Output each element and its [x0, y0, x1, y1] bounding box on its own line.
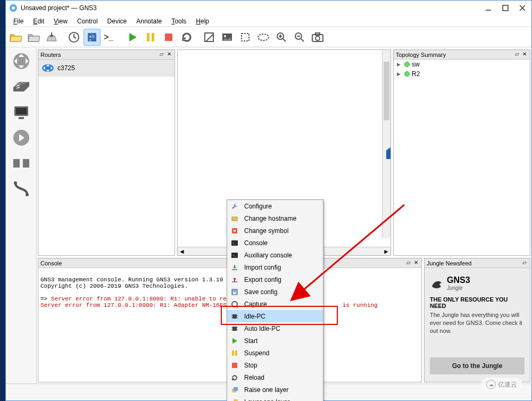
dock-play-circle-icon[interactable] — [11, 127, 32, 148]
device-dock — [6, 48, 37, 383]
image-icon[interactable] — [219, 29, 236, 46]
router-template-item[interactable]: c3725 — [38, 60, 174, 77]
svg-rect-59 — [232, 363, 237, 368]
panel-undock-icon[interactable]: ▱ — [521, 260, 528, 266]
svg-rect-62 — [234, 399, 238, 402]
expand-icon[interactable]: ▶ — [397, 62, 402, 67]
svg-rect-58 — [235, 350, 237, 356]
gns3-jungle-logo: GNS3Jungle — [430, 275, 525, 291]
note-icon[interactable] — [201, 29, 218, 46]
svg-text:a b: a b — [89, 35, 95, 38]
jungle-body-text: The Jungle has everything you will ever … — [430, 311, 525, 335]
context-menu-reload[interactable]: Reload — [227, 371, 323, 383]
status-running-icon — [404, 62, 410, 67]
maximize-button[interactable] — [502, 4, 509, 12]
topology-item-r2[interactable]: ▶R2 — [394, 69, 530, 79]
dock-switches-icon[interactable] — [11, 76, 32, 97]
svg-rect-61 — [234, 387, 238, 391]
status-running-icon — [404, 71, 410, 77]
menu-annotate[interactable]: Annotate — [132, 16, 166, 26]
rect-select-icon[interactable]: a bc — [84, 29, 101, 46]
context-menu-label: Console — [244, 239, 268, 247]
context-menu-change-hostname[interactable]: Change hostname — [227, 212, 323, 224]
routers-panel-title: Routers — [40, 52, 61, 58]
router-icon — [41, 63, 54, 73]
panel-undock-icon[interactable]: ▱ — [405, 260, 412, 266]
menu-device[interactable]: Device — [103, 16, 131, 26]
context-menu-label: Idle-PC — [244, 313, 265, 320]
menu-edit[interactable]: Edit — [29, 16, 48, 26]
zoom-in-icon[interactable] — [273, 29, 290, 46]
zoom-out-icon[interactable] — [291, 29, 308, 46]
menu-view[interactable]: View — [49, 16, 72, 26]
scroll-left-icon[interactable]: ◄ — [178, 248, 186, 255]
ellipse-icon[interactable] — [255, 29, 272, 46]
context-menu-label: Change hostname — [244, 215, 296, 222]
dock-cable-icon[interactable] — [11, 178, 32, 199]
go-to-jungle-button[interactable]: Go to the Jungle — [430, 357, 525, 374]
svg-rect-57 — [232, 350, 234, 356]
panel-undock-icon[interactable]: ▱ — [159, 52, 165, 58]
context-menu-import-config[interactable]: Import config — [227, 261, 323, 273]
context-menu-configure[interactable]: Configure — [227, 200, 323, 212]
svg-point-16 — [224, 35, 226, 37]
context-menu-start[interactable]: Start — [227, 335, 323, 347]
topology-item-sw[interactable]: ▶sw — [394, 60, 530, 69]
play-icon[interactable] — [124, 29, 141, 46]
dock-security-icon[interactable] — [11, 153, 32, 174]
minimize-button[interactable] — [485, 4, 492, 12]
menu-control[interactable]: Control — [73, 16, 102, 26]
context-menu-label: Raise one layer — [244, 386, 288, 394]
close-button[interactable] — [519, 4, 526, 12]
context-menu-auxiliary-console[interactable]: >_Auxiliary console — [227, 249, 323, 261]
node-switch-icon[interactable] — [384, 138, 390, 161]
menu-tools[interactable]: Tools — [167, 16, 190, 26]
panel-undock-icon[interactable]: ▱ — [514, 52, 520, 58]
context-menu-raise-one-layer[interactable]: Raise one layer — [227, 383, 323, 396]
open-folder-icon[interactable] — [7, 29, 24, 46]
dock-hosts-icon[interactable] — [11, 102, 32, 123]
crop-icon[interactable] — [237, 29, 254, 46]
menu-help[interactable]: Help — [192, 16, 213, 26]
camera-icon[interactable] — [309, 29, 326, 46]
expand-icon[interactable]: ▶ — [397, 71, 402, 77]
context-menu-export-config[interactable]: Export config — [227, 273, 323, 286]
svg-rect-30 — [23, 159, 29, 168]
scroll-right-icon[interactable]: ► — [382, 248, 390, 255]
svg-rect-43 — [232, 281, 237, 282]
context-menu-label: Capture — [244, 300, 267, 308]
context-menu-stop[interactable]: Stop — [227, 359, 323, 371]
routers-panel: Routers ▱ ✕ c3725 — [38, 49, 175, 256]
export-icon[interactable] — [43, 29, 60, 46]
import-icon — [230, 263, 239, 272]
svg-rect-29 — [13, 159, 20, 168]
context-menu-change-symbol[interactable]: Change symbol — [227, 224, 323, 237]
context-menu-label: Auto Idle-PC — [244, 325, 280, 332]
context-menu-idle-pc[interactable]: Idle-PC — [227, 310, 323, 322]
context-menu-capture[interactable]: Capture — [227, 298, 323, 310]
panel-close-icon[interactable]: ✕ — [166, 52, 172, 58]
topology-item-label: R2 — [412, 70, 420, 78]
pause-icon[interactable] — [142, 29, 159, 46]
panel-close-icon[interactable]: ✕ — [413, 260, 419, 266]
menu-file[interactable]: File — [9, 16, 28, 26]
reload-icon[interactable] — [178, 29, 195, 46]
context-menu-console[interactable]: >_Console — [227, 237, 323, 249]
context-menu-lower-one-layer[interactable]: Lower one layer — [227, 396, 323, 401]
context-menu-auto-idle-pc[interactable]: Auto Idle-PC — [227, 322, 323, 335]
svg-point-37 — [234, 230, 236, 232]
stop-icon[interactable] — [160, 29, 177, 46]
svg-point-46 — [232, 302, 237, 307]
context-menu-save-config[interactable]: Save config — [227, 286, 323, 298]
context-menu-suspend[interactable]: Suspend — [227, 347, 323, 359]
console-icon[interactable]: >_ — [102, 29, 119, 46]
title-bar: Unsaved project* — GNS3 — [6, 1, 531, 15]
wrench-icon — [230, 202, 239, 211]
panel-close-icon[interactable]: ✕ — [521, 52, 528, 58]
stop-icon — [230, 361, 239, 370]
clock-icon[interactable] — [65, 29, 82, 46]
dock-routers-icon[interactable] — [11, 51, 32, 72]
open-gray-folder-icon[interactable] — [25, 29, 42, 46]
terminal-icon: >_ — [230, 239, 239, 247]
svg-rect-42 — [232, 269, 237, 270]
